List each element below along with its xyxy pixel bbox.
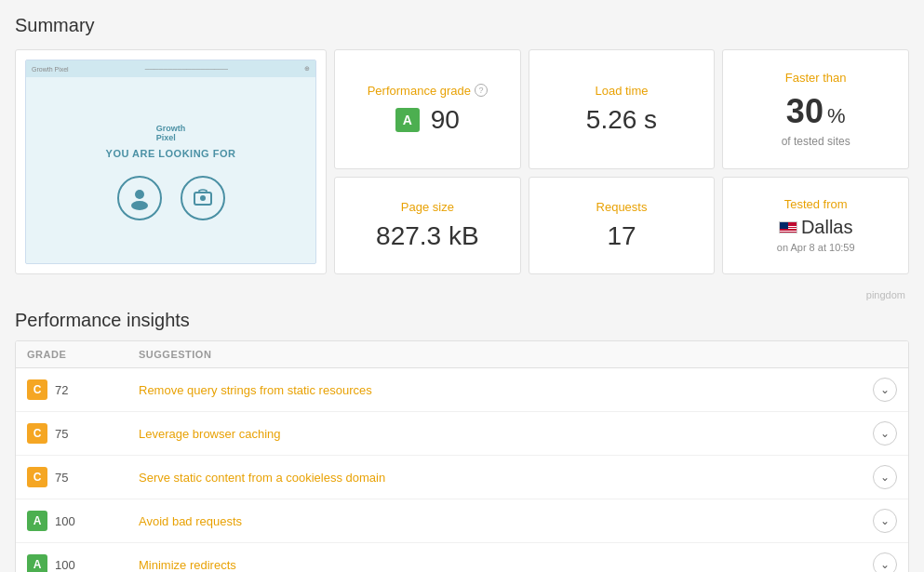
grade-letter: C xyxy=(27,467,47,487)
insights-title: Performance insights xyxy=(15,310,909,331)
svg-point-3 xyxy=(200,195,206,201)
insights-table: GRADE SUGGESTION C 72 Remove query strin… xyxy=(15,340,909,572)
performance-grade-label: Performance grade ? xyxy=(368,84,488,98)
screenshot-preview: Growth Pixel ────────────────── ⊕ Growth… xyxy=(25,60,316,264)
insight-row: C 72 Remove query strings from static re… xyxy=(16,368,908,412)
grade-letter: C xyxy=(27,423,47,444)
pingdom-credit: pingdom xyxy=(15,289,909,300)
expand-button[interactable]: ⌄ xyxy=(873,552,897,572)
requests-value: 17 xyxy=(607,221,636,251)
page: Summary Growth Pixel ────────────────── … xyxy=(0,0,924,572)
summary-grid: Growth Pixel ────────────────── ⊕ Growth… xyxy=(15,49,909,274)
tested-from-label: Tested from xyxy=(784,197,848,211)
score-value: 100 xyxy=(55,558,75,572)
grade-letter: A xyxy=(27,511,47,531)
expand-button[interactable]: ⌄ xyxy=(873,378,897,402)
screenshot-headline: YOU ARE LOOKING FOR xyxy=(106,148,236,159)
page-size-value: 827.3 kB xyxy=(376,221,479,251)
suggestion-text[interactable]: Avoid bad requests xyxy=(139,514,860,528)
screenshot-logo: GrowthPixel xyxy=(156,124,186,142)
insight-row: A 100 Minimize redirects ⌄ xyxy=(16,543,908,572)
page-size-label: Page size xyxy=(401,200,454,214)
summary-title: Summary xyxy=(15,15,909,36)
screenshot-icon-2 xyxy=(181,176,225,220)
load-time-card: Load time 5.26 s xyxy=(529,49,716,169)
help-icon[interactable]: ? xyxy=(475,84,488,97)
screenshot-card: Growth Pixel ────────────────── ⊕ Growth… xyxy=(15,49,327,274)
insights-rows: C 72 Remove query strings from static re… xyxy=(16,368,908,572)
tested-from-city: Dallas xyxy=(779,217,853,238)
expand-button[interactable]: ⌄ xyxy=(873,465,897,489)
requests-label: Requests xyxy=(596,200,648,214)
load-time-label: Load time xyxy=(595,84,648,98)
tested-from-card: Tested from Dallas on Apr 8 at 10:59 xyxy=(722,177,909,275)
grade-letter: C xyxy=(27,379,47,400)
grade-col: C 72 xyxy=(27,379,139,400)
grade-col: A 100 xyxy=(27,511,139,531)
grade-letter: A xyxy=(27,554,47,572)
grade-col: C 75 xyxy=(27,467,139,487)
insight-row: C 75 Leverage browser caching ⌄ xyxy=(16,412,908,456)
header-suggestion: SUGGESTION xyxy=(139,349,860,360)
score-value: 75 xyxy=(55,427,68,441)
requests-card: Requests 17 xyxy=(529,177,716,275)
page-size-card: Page size 827.3 kB xyxy=(334,177,521,275)
suggestion-text[interactable]: Minimize redirects xyxy=(139,558,860,572)
screenshot-icon-1 xyxy=(117,176,162,220)
score-value: 72 xyxy=(55,383,68,397)
suggestion-text[interactable]: Leverage browser caching xyxy=(139,427,860,441)
faster-than-value: 30 % xyxy=(786,92,846,131)
us-flag-icon xyxy=(779,221,797,233)
grade-badge: A xyxy=(395,108,420,132)
suggestion-text[interactable]: Remove query strings from static resourc… xyxy=(139,383,860,397)
load-time-value: 5.26 s xyxy=(586,105,657,135)
grade-col: C 75 xyxy=(27,423,139,444)
screenshot-icons xyxy=(117,176,225,220)
screenshot-topbar: Growth Pixel ────────────────── ⊕ xyxy=(26,60,315,77)
expand-button[interactable]: ⌄ xyxy=(873,421,897,446)
svg-point-0 xyxy=(135,190,144,199)
suggestion-text[interactable]: Serve static content from a cookieless d… xyxy=(139,471,860,485)
expand-button[interactable]: ⌄ xyxy=(873,509,897,533)
faster-than-label: Faster than xyxy=(785,71,847,85)
score-value: 100 xyxy=(55,514,75,528)
svg-point-1 xyxy=(131,201,148,210)
grade-col: A 100 xyxy=(27,554,139,572)
performance-grade-value: A 90 xyxy=(395,105,460,135)
insight-row: A 100 Avoid bad requests ⌄ xyxy=(16,499,908,543)
tested-from-date: on Apr 8 at 10:59 xyxy=(777,242,855,253)
insights-section: Performance insights GRADE SUGGESTION C … xyxy=(15,310,909,572)
faster-than-card: Faster than 30 % of tested sites xyxy=(722,49,909,169)
score-value: 75 xyxy=(55,471,68,485)
performance-grade-card: Performance grade ? A 90 xyxy=(334,49,521,169)
insight-row: C 75 Serve static content from a cookiel… xyxy=(16,456,908,499)
header-grade: GRADE xyxy=(27,349,139,360)
insights-header: GRADE SUGGESTION xyxy=(16,341,908,368)
faster-than-sublabel: of tested sites xyxy=(782,135,850,148)
